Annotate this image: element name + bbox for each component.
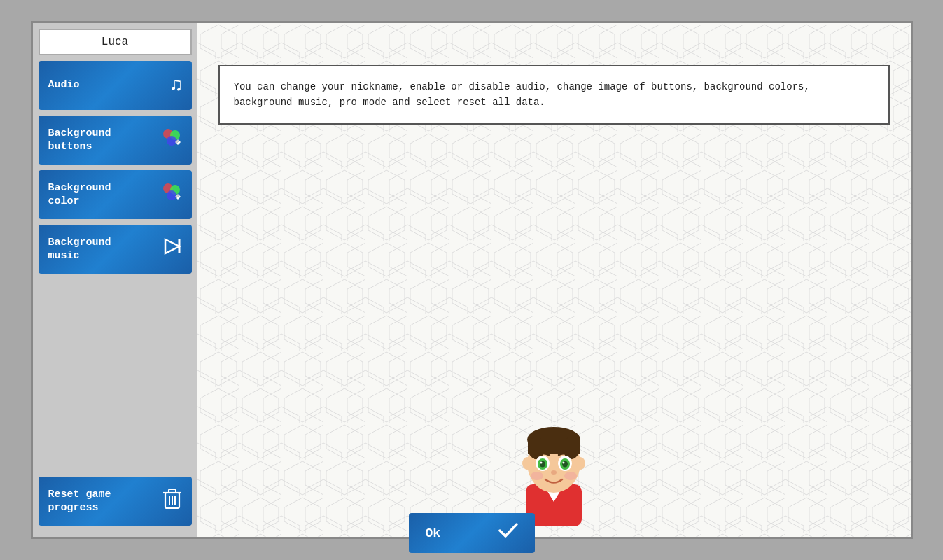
svg-point-31 <box>575 457 585 470</box>
background-music-button[interactable]: Background music <box>39 225 192 274</box>
background-color-icon <box>161 181 182 208</box>
background-color-label: Background color <box>48 181 154 209</box>
background-music-label: Background music <box>48 236 155 263</box>
svg-point-41 <box>531 472 543 480</box>
main-area: You can change your nickname, enable or … <box>197 23 911 537</box>
background-music-icon <box>162 237 182 262</box>
svg-point-30 <box>522 457 532 470</box>
character-avatar <box>505 400 603 530</box>
ok-label: Ok <box>426 526 441 540</box>
svg-point-42 <box>564 472 577 480</box>
audio-label: Audio <box>48 78 164 92</box>
main-window: Luca Audio ♫ Background buttons <box>31 21 913 539</box>
info-text: You can change your nickname, enable or … <box>234 81 810 108</box>
info-box: You can change your nickname, enable or … <box>218 65 890 125</box>
audio-icon: ♫ <box>171 75 182 96</box>
checkmark-icon <box>498 523 518 543</box>
character-svg <box>505 400 603 526</box>
svg-rect-10 <box>169 489 176 493</box>
svg-point-38 <box>540 462 543 464</box>
svg-point-2 <box>167 136 176 146</box>
nickname-display: Luca <box>39 29 192 55</box>
svg-marker-6 <box>165 239 179 253</box>
background-buttons-button[interactable]: Background buttons <box>39 115 192 164</box>
reset-game-button[interactable]: Reset game progress <box>39 477 192 526</box>
svg-point-40 <box>551 470 557 475</box>
background-buttons-icon <box>161 127 182 153</box>
background-buttons-label: Background buttons <box>48 127 154 154</box>
audio-button[interactable]: Audio ♫ <box>39 61 192 110</box>
ok-button[interactable]: Ok <box>409 513 535 553</box>
reset-game-icon <box>162 487 182 515</box>
background-color-button[interactable]: Background color <box>39 170 192 219</box>
svg-rect-29 <box>528 439 580 454</box>
reset-game-label: Reset game progress <box>48 488 155 515</box>
svg-point-39 <box>563 462 565 464</box>
svg-point-5 <box>167 190 176 200</box>
sidebar: Luca Audio ♫ Background buttons <box>33 23 197 537</box>
